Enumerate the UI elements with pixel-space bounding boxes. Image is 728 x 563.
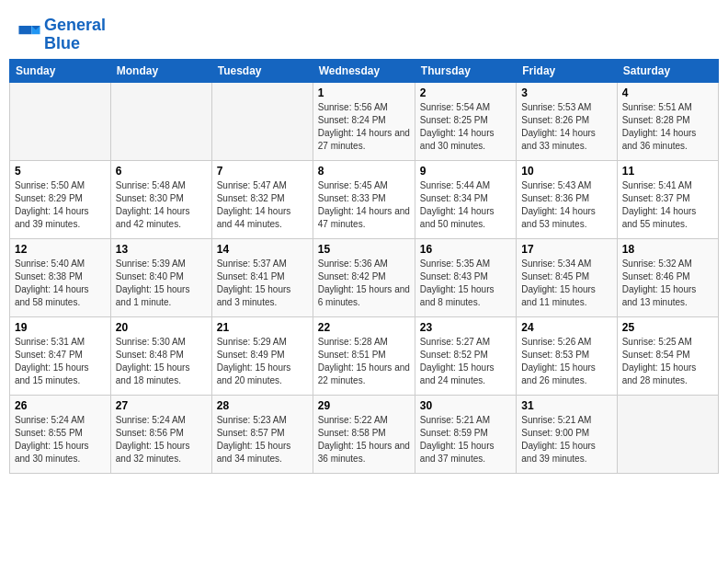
day-header-tuesday: Tuesday xyxy=(211,59,313,82)
day-info: Sunrise: 5:34 AMSunset: 8:45 PMDaylight:… xyxy=(521,258,611,309)
day-number: 10 xyxy=(521,165,611,178)
calendar-cell: 24Sunrise: 5:26 AMSunset: 8:53 PMDayligh… xyxy=(517,316,617,395)
day-info: Sunrise: 5:35 AMSunset: 8:43 PMDaylight:… xyxy=(420,258,511,309)
day-info: Sunrise: 5:30 AMSunset: 8:48 PMDaylight:… xyxy=(116,336,207,387)
calendar-cell: 5Sunrise: 5:50 AMSunset: 8:29 PMDaylight… xyxy=(10,160,111,238)
calendar-cell: 6Sunrise: 5:48 AMSunset: 8:30 PMDaylight… xyxy=(110,160,211,238)
calendar-cell: 9Sunrise: 5:44 AMSunset: 8:34 PMDaylight… xyxy=(415,160,516,238)
calendar-cell: 29Sunrise: 5:22 AMSunset: 8:58 PMDayligh… xyxy=(313,395,415,473)
calendar-cell: 18Sunrise: 5:32 AMSunset: 8:46 PMDayligh… xyxy=(617,238,718,316)
calendar-cell: 28Sunrise: 5:23 AMSunset: 8:57 PMDayligh… xyxy=(211,395,313,473)
day-header-friday: Friday xyxy=(517,59,617,82)
day-number: 15 xyxy=(318,243,410,256)
day-number: 3 xyxy=(521,86,611,99)
calendar-cell: 11Sunrise: 5:41 AMSunset: 8:37 PMDayligh… xyxy=(617,160,718,238)
day-info: Sunrise: 5:26 AMSunset: 8:53 PMDaylight:… xyxy=(521,336,611,387)
day-number: 26 xyxy=(15,399,106,412)
day-info: Sunrise: 5:48 AMSunset: 8:30 PMDaylight:… xyxy=(116,179,207,231)
day-info: Sunrise: 5:39 AMSunset: 8:40 PMDaylight:… xyxy=(116,258,207,309)
calendar-cell: 23Sunrise: 5:27 AMSunset: 8:52 PMDayligh… xyxy=(415,316,516,395)
calendar-cell: 3Sunrise: 5:53 AMSunset: 8:26 PMDaylight… xyxy=(517,82,617,160)
calendar-cell: 10Sunrise: 5:43 AMSunset: 8:36 PMDayligh… xyxy=(517,160,617,238)
day-number: 7 xyxy=(217,165,308,178)
day-info: Sunrise: 5:54 AMSunset: 8:25 PMDaylight:… xyxy=(420,101,511,153)
day-number: 19 xyxy=(15,321,106,334)
day-number: 1 xyxy=(318,86,410,99)
day-info: Sunrise: 5:36 AMSunset: 8:42 PMDaylight:… xyxy=(318,258,410,309)
calendar-cell: 4Sunrise: 5:51 AMSunset: 8:28 PMDaylight… xyxy=(617,82,718,160)
day-number: 18 xyxy=(622,243,713,256)
calendar-cell xyxy=(211,82,313,160)
day-number: 5 xyxy=(15,165,106,178)
calendar-cell: 1Sunrise: 5:56 AMSunset: 8:24 PMDaylight… xyxy=(313,82,415,160)
day-info: Sunrise: 5:41 AMSunset: 8:37 PMDaylight:… xyxy=(622,179,713,231)
calendar-cell: 8Sunrise: 5:45 AMSunset: 8:33 PMDaylight… xyxy=(313,160,415,238)
calendar-cell: 19Sunrise: 5:31 AMSunset: 8:47 PMDayligh… xyxy=(10,316,111,395)
day-info: Sunrise: 5:24 AMSunset: 8:55 PMDaylight:… xyxy=(15,414,106,465)
logo-icon xyxy=(18,26,40,44)
calendar-cell xyxy=(617,395,718,473)
day-info: Sunrise: 5:51 AMSunset: 8:28 PMDaylight:… xyxy=(622,101,713,153)
day-number: 2 xyxy=(420,86,511,99)
day-info: Sunrise: 5:44 AMSunset: 8:34 PMDaylight:… xyxy=(420,179,511,231)
calendar-cell: 12Sunrise: 5:40 AMSunset: 8:38 PMDayligh… xyxy=(10,238,111,316)
calendar-cell xyxy=(10,82,111,160)
day-number: 4 xyxy=(622,86,713,99)
day-info: Sunrise: 5:25 AMSunset: 8:54 PMDaylight:… xyxy=(622,336,713,387)
day-number: 14 xyxy=(217,243,308,256)
day-info: Sunrise: 5:24 AMSunset: 8:56 PMDaylight:… xyxy=(116,414,207,465)
day-info: Sunrise: 5:40 AMSunset: 8:38 PMDaylight:… xyxy=(15,258,106,309)
day-number: 11 xyxy=(622,165,713,178)
calendar-cell: 30Sunrise: 5:21 AMSunset: 8:59 PMDayligh… xyxy=(415,395,516,473)
day-number: 28 xyxy=(217,399,308,412)
day-info: Sunrise: 5:22 AMSunset: 8:58 PMDaylight:… xyxy=(318,414,410,465)
calendar-cell: 2Sunrise: 5:54 AMSunset: 8:25 PMDaylight… xyxy=(415,82,516,160)
day-number: 30 xyxy=(420,399,511,412)
day-info: Sunrise: 5:29 AMSunset: 8:49 PMDaylight:… xyxy=(217,336,308,387)
calendar-cell: 20Sunrise: 5:30 AMSunset: 8:48 PMDayligh… xyxy=(110,316,211,395)
calendar-cell: 15Sunrise: 5:36 AMSunset: 8:42 PMDayligh… xyxy=(313,238,415,316)
day-number: 31 xyxy=(521,399,611,412)
day-info: Sunrise: 5:45 AMSunset: 8:33 PMDaylight:… xyxy=(318,179,410,231)
day-number: 29 xyxy=(318,399,410,412)
day-header-monday: Monday xyxy=(110,59,211,82)
day-info: Sunrise: 5:21 AMSunset: 9:00 PMDaylight:… xyxy=(521,414,611,465)
calendar-cell: 13Sunrise: 5:39 AMSunset: 8:40 PMDayligh… xyxy=(110,238,211,316)
day-number: 9 xyxy=(420,165,511,178)
calendar-cell: 22Sunrise: 5:28 AMSunset: 8:51 PMDayligh… xyxy=(313,316,415,395)
day-info: Sunrise: 5:21 AMSunset: 8:59 PMDaylight:… xyxy=(420,414,511,465)
calendar-cell: 17Sunrise: 5:34 AMSunset: 8:45 PMDayligh… xyxy=(517,238,617,316)
calendar-table: SundayMondayTuesdayWednesdayThursdayFrid… xyxy=(9,59,719,474)
day-header-wednesday: Wednesday xyxy=(313,59,415,82)
calendar-cell: 14Sunrise: 5:37 AMSunset: 8:41 PMDayligh… xyxy=(211,238,313,316)
day-number: 12 xyxy=(15,243,106,256)
calendar-cell: 7Sunrise: 5:47 AMSunset: 8:32 PMDaylight… xyxy=(211,160,313,238)
day-number: 22 xyxy=(318,321,410,334)
day-info: Sunrise: 5:28 AMSunset: 8:51 PMDaylight:… xyxy=(318,336,410,387)
day-number: 23 xyxy=(420,321,511,334)
day-info: Sunrise: 5:23 AMSunset: 8:57 PMDaylight:… xyxy=(217,414,308,465)
day-info: Sunrise: 5:27 AMSunset: 8:52 PMDaylight:… xyxy=(420,336,511,387)
calendar-cell: 25Sunrise: 5:25 AMSunset: 8:54 PMDayligh… xyxy=(617,316,718,395)
calendar-cell: 26Sunrise: 5:24 AMSunset: 8:55 PMDayligh… xyxy=(10,395,111,473)
logo: General Blue xyxy=(18,17,106,53)
calendar-cell: 16Sunrise: 5:35 AMSunset: 8:43 PMDayligh… xyxy=(415,238,516,316)
day-number: 20 xyxy=(116,321,207,334)
day-info: Sunrise: 5:32 AMSunset: 8:46 PMDaylight:… xyxy=(622,258,713,309)
day-info: Sunrise: 5:50 AMSunset: 8:29 PMDaylight:… xyxy=(15,179,106,231)
day-number: 16 xyxy=(420,243,511,256)
day-header-saturday: Saturday xyxy=(617,59,718,82)
calendar-cell: 27Sunrise: 5:24 AMSunset: 8:56 PMDayligh… xyxy=(110,395,211,473)
day-number: 24 xyxy=(521,321,611,334)
day-number: 21 xyxy=(217,321,308,334)
calendar-cell xyxy=(110,82,211,160)
calendar-cell: 21Sunrise: 5:29 AMSunset: 8:49 PMDayligh… xyxy=(211,316,313,395)
day-info: Sunrise: 5:37 AMSunset: 8:41 PMDaylight:… xyxy=(217,258,308,309)
day-number: 8 xyxy=(318,165,410,178)
page-header: General Blue xyxy=(9,9,719,59)
day-info: Sunrise: 5:47 AMSunset: 8:32 PMDaylight:… xyxy=(217,179,308,231)
day-number: 25 xyxy=(622,321,713,334)
day-number: 27 xyxy=(116,399,207,412)
day-header-sunday: Sunday xyxy=(10,59,111,82)
day-header-thursday: Thursday xyxy=(415,59,516,82)
